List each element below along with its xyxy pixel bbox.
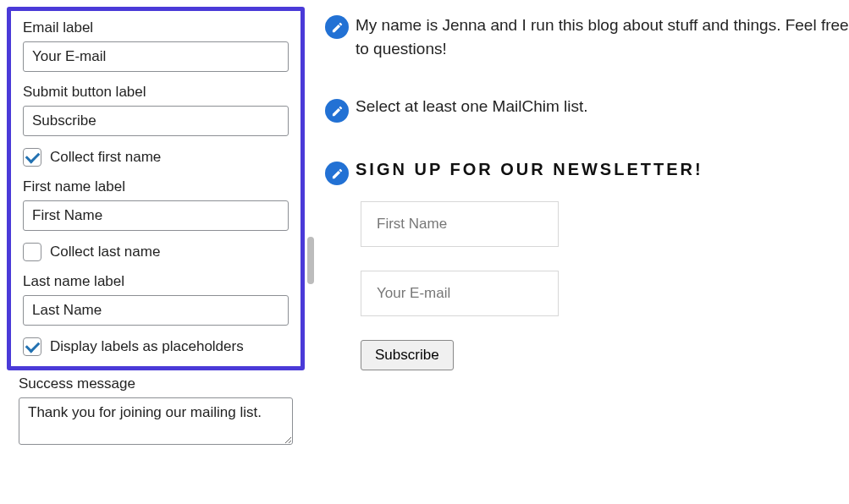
- collect-first-name-checkbox[interactable]: [23, 148, 41, 167]
- preview-pane: My name is Jenna and I run this blog abo…: [317, 0, 849, 504]
- first-name-label-title: First name label: [23, 178, 289, 195]
- intro-text: My name is Jenna and I run this blog abo…: [356, 14, 849, 60]
- collect-last-name-row[interactable]: Collect last name: [23, 243, 289, 261]
- warning-text: Select at least one MailChim list.: [356, 97, 588, 116]
- sidebar-scrollbar[interactable]: [305, 0, 317, 504]
- email-label-input[interactable]: [23, 41, 289, 72]
- last-name-label-input[interactable]: [23, 295, 289, 326]
- scrollbar-thumb[interactable]: [307, 237, 314, 284]
- newsletter-content: SIGN UP FOR OUR NEWSLETTER! Subscribe: [356, 160, 849, 370]
- highlighted-settings-group: Email label Submit button label Collect …: [7, 7, 305, 370]
- newsletter-heading: SIGN UP FOR OUR NEWSLETTER!: [356, 160, 849, 179]
- collect-first-name-row[interactable]: Collect first name: [23, 148, 289, 167]
- last-name-label-field: Last name label: [23, 273, 289, 326]
- display-placeholders-checkbox[interactable]: [23, 337, 41, 356]
- first-name-preview-input[interactable]: [361, 201, 559, 247]
- submit-label-title: Submit button label: [23, 84, 289, 101]
- submit-label-input[interactable]: [23, 106, 289, 136]
- edit-icon[interactable]: [325, 99, 349, 123]
- edit-icon[interactable]: [325, 162, 349, 185]
- first-name-label-input[interactable]: [23, 200, 289, 231]
- email-preview-input[interactable]: [361, 271, 559, 316]
- success-message-input[interactable]: [19, 397, 293, 445]
- first-name-label-field: First name label: [23, 178, 289, 231]
- email-label-title: Email label: [23, 19, 289, 36]
- last-name-label-title: Last name label: [23, 273, 289, 290]
- collect-first-name-label: Collect first name: [50, 149, 161, 166]
- success-message-title: Success message: [19, 375, 293, 392]
- settings-sidebar: Email label Submit button label Collect …: [0, 0, 305, 504]
- collect-last-name-checkbox[interactable]: [23, 243, 41, 261]
- newsletter-block: SIGN UP FOR OUR NEWSLETTER! Subscribe: [325, 160, 849, 370]
- email-label-field: Email label: [23, 19, 289, 72]
- submit-label-field: Submit button label: [23, 84, 289, 136]
- success-message-field: Success message: [7, 375, 305, 448]
- subscribe-button[interactable]: Subscribe: [361, 340, 454, 370]
- edit-icon[interactable]: [325, 15, 349, 39]
- collect-last-name-label: Collect last name: [50, 244, 160, 260]
- display-placeholders-row[interactable]: Display labels as placeholders: [23, 337, 289, 356]
- warning-block: Select at least one MailChim list.: [325, 97, 849, 123]
- display-placeholders-label: Display labels as placeholders: [50, 338, 244, 355]
- intro-block: My name is Jenna and I run this blog abo…: [325, 14, 849, 60]
